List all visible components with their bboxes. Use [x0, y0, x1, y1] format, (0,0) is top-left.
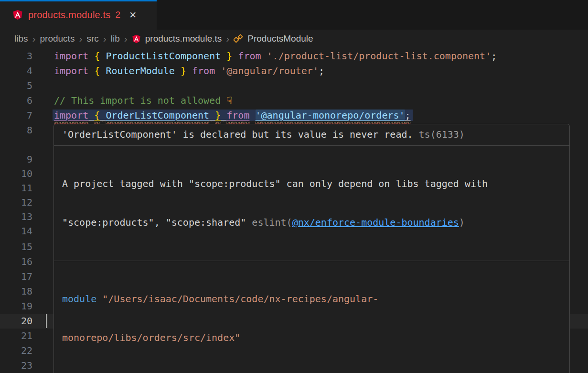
code-token: import [54, 110, 88, 121]
tab-bar: products.module.ts 2 ✕ [0, 0, 588, 30]
close-icon[interactable]: ✕ [129, 10, 137, 21]
eslint-message-line2-text: "scope:products", "scope:shared" [62, 217, 252, 228]
angular-icon [12, 10, 23, 20]
breadcrumb-item-libs[interactable]: libs [14, 33, 28, 44]
line-number-15: 15 [0, 240, 32, 254]
eslint-message-line2: "scope:products", "scope:shared" eslint(… [62, 216, 561, 229]
line-number-23: 23 [0, 358, 32, 373]
chevron-right-icon: › [79, 33, 82, 44]
module-path-line2: monorepo/libs/orders/src/index" [62, 331, 561, 344]
code-line-text: import { RouterModule } from '@angular/r… [54, 64, 324, 78]
line-number-4: 4 [0, 64, 32, 78]
line-number-18: 18 [0, 284, 32, 299]
code-token [232, 50, 238, 62]
chevron-right-icon: › [103, 33, 107, 44]
code-token: from [238, 50, 261, 62]
code-token: { [94, 65, 106, 77]
code-token: from [226, 110, 249, 121]
code-token: { [94, 110, 100, 121]
code-token: import [54, 50, 94, 62]
code-token: ☟ [226, 95, 232, 106]
line-number-16: 16 [0, 254, 32, 269]
code-token: } [221, 50, 232, 62]
code-token: from [192, 65, 215, 77]
symbol-class-icon [234, 34, 243, 44]
code-token [261, 50, 267, 62]
eslint-message-line1: A project tagged with "scope:products" c… [62, 177, 561, 190]
code-token [215, 65, 221, 77]
code-line-3[interactable]: 3import { ProductListComponent } from '.… [0, 49, 588, 64]
line-number-21: 21 [0, 329, 32, 343]
code-token: './product-list/product-list.component' [267, 50, 492, 62]
code-token: } [175, 65, 186, 77]
code-line-text: import { ProductListComponent } from './… [54, 49, 497, 64]
hover-module-info: module "/Users/isaac/Documents/code/nx-r… [54, 261, 569, 373]
import-specifier-link[interactable]: '@angular-monorepo/orders' [256, 110, 405, 121]
warning-squiggle-range: import { OrderListComponent } from '@ang… [54, 110, 411, 121]
tab-products-module[interactable]: products.module.ts 2 ✕ [0, 0, 157, 30]
line-number-12: 12 [0, 195, 32, 210]
eslint-rule-link[interactable]: @nx/enforce-module-boundaries [292, 217, 459, 228]
ts-diagnostic-text: 'OrderListComponent' is declared but its… [62, 129, 413, 140]
code-token [221, 110, 226, 121]
module-path-text: "/Users/isaac/Documents/code/nx-recipes/… [96, 293, 378, 305]
breadcrumb: libs›products›src›lib›products.module.ts… [0, 30, 588, 48]
hover-ts-diagnostic: 'OrderListComponent' is declared but its… [54, 124, 569, 145]
line-number-20: 20 [0, 314, 32, 329]
code-token [249, 110, 255, 121]
chevron-right-icon: › [32, 33, 36, 44]
code-line-7[interactable]: 7import { OrderListComponent } from '@an… [0, 108, 588, 123]
line-number-13: 13 [0, 209, 32, 224]
code-token: // This import is not allowed [54, 95, 226, 106]
line-number-22: 22 [0, 343, 32, 358]
code-token: } [215, 110, 221, 121]
breadcrumb-item-products[interactable]: products [40, 33, 75, 44]
tab-label: products.module.ts [28, 10, 111, 21]
active-tab-indicator [0, 0, 157, 1]
line-number-7: 7 [0, 108, 32, 123]
breadcrumb-item-lib[interactable]: lib [111, 33, 120, 44]
code-line-text: // This import is not allowed ☟ [54, 93, 232, 108]
code-token: '@angular/router' [221, 65, 319, 77]
line-number-14: 14 [0, 224, 32, 239]
code-line-6[interactable]: 6// This import is not allowed ☟ [0, 93, 588, 108]
eslint-source-prefix: eslint( [252, 217, 292, 228]
code-token [88, 110, 94, 121]
hover-eslint-diagnostic: A project tagged with "scope:products" c… [54, 146, 569, 261]
breadcrumb-item-file[interactable]: products.module.ts [145, 33, 222, 44]
code-line-5[interactable]: 5 [0, 78, 588, 93]
error-squiggle-range: import { OrderListComponent } from '@ang… [53, 110, 413, 121]
code-line-text: import { OrderListComponent } from '@ang… [54, 108, 413, 123]
code-token [186, 65, 192, 77]
module-keyword: module [62, 293, 96, 305]
code-token [209, 110, 215, 121]
diagnostic-hover-popup: 'OrderListComponent' is declared but its… [53, 124, 570, 373]
line-number-6: 6 [0, 93, 32, 108]
vscode-window: products.module.ts 2 ✕ libs›products›src… [0, 0, 588, 373]
tab-error-count: 2 [116, 10, 121, 20]
code-editor[interactable]: 'OrderListComponent' is declared but its… [0, 48, 588, 373]
chevron-right-icon: › [124, 33, 128, 44]
code-token: import [54, 65, 94, 77]
text-cursor [46, 314, 47, 328]
code-token: ; [405, 110, 411, 121]
code-token [100, 110, 106, 121]
breadcrumb-item-symbol[interactable]: ProductsModule [247, 33, 313, 44]
code-token: RouterModule [106, 65, 175, 77]
line-number-11: 11 [0, 181, 32, 196]
ts-diagnostic-source: ts(6133) [413, 129, 465, 140]
line-number-17: 17 [0, 269, 32, 284]
code-token: OrderListComponent [106, 110, 209, 121]
line-number-9: 9 [0, 152, 32, 167]
module-path-line1: module "/Users/isaac/Documents/code/nx-r… [62, 293, 561, 306]
code-token: ProductListComponent [106, 50, 221, 62]
breadcrumb-item-src[interactable]: src [86, 33, 98, 44]
eslint-source-suffix: ) [459, 217, 465, 228]
code-token: { [94, 50, 106, 62]
line-number-8: 8 [0, 123, 32, 138]
line-number-5: 5 [0, 78, 32, 93]
line-number-10: 10 [0, 166, 32, 181]
line-number-19: 19 [0, 299, 32, 314]
line-number-3: 3 [0, 49, 32, 64]
code-line-4[interactable]: 4import { RouterModule } from '@angular/… [0, 64, 588, 78]
